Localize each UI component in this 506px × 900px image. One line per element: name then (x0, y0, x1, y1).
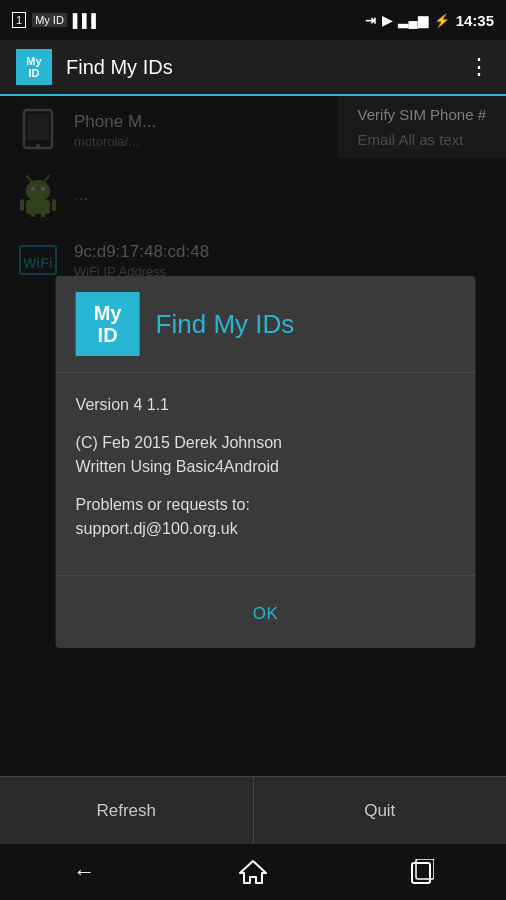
bluetooth-icon: ⇥ (365, 13, 376, 28)
recents-icon (410, 859, 434, 885)
toolbar-title: Find My IDs (66, 56, 468, 79)
back-icon: ← (73, 859, 95, 885)
signal-icon: ▂▄▆ (398, 13, 427, 28)
svg-rect-16 (412, 863, 430, 883)
status-bar-right: ⇥ ▶ ▂▄▆ ⚡ 14:35 (365, 12, 494, 29)
my-id-notif-icon: My ID (32, 13, 67, 27)
home-button[interactable] (223, 852, 283, 892)
status-bar: 1 My ID ▌▌▌ ⇥ ▶ ▂▄▆ ⚡ 14:35 (0, 0, 506, 40)
dialog-version: Version 4 1.1 (76, 393, 456, 417)
action-buttons: Refresh Quit (0, 776, 506, 844)
status-bar-left: 1 My ID ▌▌▌ (12, 12, 101, 28)
toolbar-logo: MyID (16, 49, 52, 85)
dialog-body: Version 4 1.1 (C) Feb 2015 Derek Johnson… (56, 373, 476, 565)
wifi-icon: ▶ (382, 13, 392, 28)
dialog-header: MyID Find My IDs (56, 276, 476, 373)
nav-bar: ← (0, 844, 506, 900)
overflow-menu-icon[interactable]: ⋮ (468, 54, 490, 80)
toolbar: MyID Find My IDs ⋮ (0, 40, 506, 96)
ok-button[interactable]: OK (223, 596, 309, 632)
time-display: 14:35 (456, 12, 494, 29)
dialog-divider (56, 575, 476, 576)
bar-icon: ▌▌▌ (73, 13, 101, 28)
home-icon (238, 859, 268, 885)
battery-icon: ⚡ (434, 13, 450, 28)
refresh-button[interactable]: Refresh (0, 776, 254, 844)
svg-marker-15 (240, 861, 266, 883)
dialog-contact: Problems or requests to: support.dj@100.… (76, 493, 456, 541)
notification-icon: 1 (12, 12, 26, 28)
back-button[interactable]: ← (54, 852, 114, 892)
recents-button[interactable] (392, 852, 452, 892)
dialog-logo: MyID (76, 292, 140, 356)
dialog-copyright: (C) Feb 2015 Derek Johnson Written Using… (76, 431, 456, 479)
dialog-title: Find My IDs (156, 309, 295, 340)
main-content: Verify SIM Phone # Email All as text Pho… (0, 96, 506, 776)
quit-button[interactable]: Quit (254, 776, 507, 844)
dialog-actions: OK (56, 586, 476, 648)
about-dialog: MyID Find My IDs Version 4 1.1 (C) Feb 2… (56, 276, 476, 648)
